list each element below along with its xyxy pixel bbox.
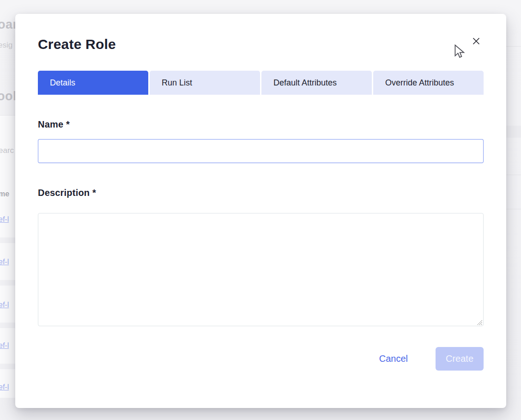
create-button[interactable]: Create [436, 347, 484, 371]
background-row-link: ef-l [0, 301, 9, 309]
description-field-label: Description * [38, 188, 484, 198]
modal-title: Create Role [38, 36, 484, 53]
background-row-divider [506, 209, 521, 209]
tab-default-attributes[interactable]: Default Attributes [261, 71, 372, 95]
tab-run-list[interactable]: Run List [150, 71, 260, 95]
background-row-link: ef-l [0, 383, 9, 391]
background-row-link: ef-l [0, 258, 9, 266]
description-field-wrap [38, 213, 484, 326]
description-textarea[interactable] [38, 213, 484, 326]
background-row-link: ef-l [0, 215, 9, 224]
background-row-link: ef-l [0, 341, 9, 350]
close-icon [472, 37, 480, 45]
create-role-modal: Create Role Details Run List Default Att… [15, 14, 506, 408]
background-row-divider [506, 175, 521, 175]
background-row-divider [0, 280, 16, 286]
background-row-divider [0, 364, 16, 369]
background-row-divider [506, 126, 521, 138]
name-field-label: Name * [38, 119, 484, 130]
modal-tab-bar: Details Run List Default Attributes Over… [38, 71, 484, 95]
background-table-card [0, 115, 16, 398]
background-row-divider [506, 46, 521, 47]
cancel-button[interactable]: Cancel [379, 353, 408, 364]
background-text-fragment: esig [0, 41, 12, 50]
background-search-fragment: earc [0, 146, 14, 155]
background-column-header-fragment: me [0, 190, 9, 198]
tab-details[interactable]: Details [38, 71, 148, 95]
close-button[interactable] [470, 35, 482, 47]
name-input[interactable] [38, 139, 484, 163]
tab-override-attributes[interactable]: Override Attributes [373, 71, 484, 95]
background-row-divider [0, 237, 16, 243]
background-row-divider [0, 323, 16, 328]
modal-footer: Cancel Create [38, 347, 484, 371]
